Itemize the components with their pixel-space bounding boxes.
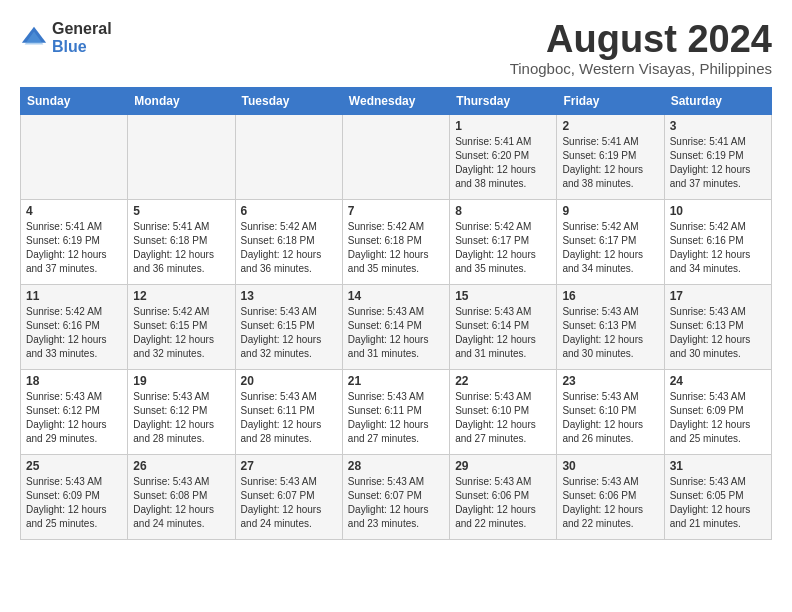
day-number: 6 <box>241 204 337 218</box>
day-number: 5 <box>133 204 229 218</box>
calendar-cell: 11Sunrise: 5:42 AM Sunset: 6:16 PM Dayli… <box>21 285 128 370</box>
calendar-cell: 26Sunrise: 5:43 AM Sunset: 6:08 PM Dayli… <box>128 455 235 540</box>
day-info: Sunrise: 5:41 AM Sunset: 6:19 PM Dayligh… <box>670 135 766 191</box>
day-number: 20 <box>241 374 337 388</box>
day-info: Sunrise: 5:43 AM Sunset: 6:14 PM Dayligh… <box>348 305 444 361</box>
calendar-cell: 25Sunrise: 5:43 AM Sunset: 6:09 PM Dayli… <box>21 455 128 540</box>
day-number: 2 <box>562 119 658 133</box>
calendar-cell: 19Sunrise: 5:43 AM Sunset: 6:12 PM Dayli… <box>128 370 235 455</box>
calendar-cell <box>21 115 128 200</box>
day-number: 8 <box>455 204 551 218</box>
calendar-week-row: 25Sunrise: 5:43 AM Sunset: 6:09 PM Dayli… <box>21 455 772 540</box>
calendar-cell: 3Sunrise: 5:41 AM Sunset: 6:19 PM Daylig… <box>664 115 771 200</box>
day-info: Sunrise: 5:41 AM Sunset: 6:18 PM Dayligh… <box>133 220 229 276</box>
day-info: Sunrise: 5:41 AM Sunset: 6:19 PM Dayligh… <box>562 135 658 191</box>
day-info: Sunrise: 5:43 AM Sunset: 6:07 PM Dayligh… <box>241 475 337 531</box>
calendar-cell: 1Sunrise: 5:41 AM Sunset: 6:20 PM Daylig… <box>450 115 557 200</box>
day-info: Sunrise: 5:43 AM Sunset: 6:07 PM Dayligh… <box>348 475 444 531</box>
calendar-week-row: 4Sunrise: 5:41 AM Sunset: 6:19 PM Daylig… <box>21 200 772 285</box>
calendar-cell: 5Sunrise: 5:41 AM Sunset: 6:18 PM Daylig… <box>128 200 235 285</box>
calendar-cell <box>342 115 449 200</box>
day-info: Sunrise: 5:41 AM Sunset: 6:20 PM Dayligh… <box>455 135 551 191</box>
day-info: Sunrise: 5:42 AM Sunset: 6:17 PM Dayligh… <box>455 220 551 276</box>
calendar-cell: 12Sunrise: 5:42 AM Sunset: 6:15 PM Dayli… <box>128 285 235 370</box>
day-header-sunday: Sunday <box>21 88 128 115</box>
calendar-cell: 15Sunrise: 5:43 AM Sunset: 6:14 PM Dayli… <box>450 285 557 370</box>
calendar-cell: 9Sunrise: 5:42 AM Sunset: 6:17 PM Daylig… <box>557 200 664 285</box>
day-info: Sunrise: 5:42 AM Sunset: 6:16 PM Dayligh… <box>26 305 122 361</box>
day-number: 3 <box>670 119 766 133</box>
day-info: Sunrise: 5:43 AM Sunset: 6:11 PM Dayligh… <box>241 390 337 446</box>
calendar-cell: 21Sunrise: 5:43 AM Sunset: 6:11 PM Dayli… <box>342 370 449 455</box>
day-number: 21 <box>348 374 444 388</box>
day-info: Sunrise: 5:43 AM Sunset: 6:14 PM Dayligh… <box>455 305 551 361</box>
day-header-monday: Monday <box>128 88 235 115</box>
calendar-week-row: 11Sunrise: 5:42 AM Sunset: 6:16 PM Dayli… <box>21 285 772 370</box>
day-info: Sunrise: 5:42 AM Sunset: 6:18 PM Dayligh… <box>241 220 337 276</box>
calendar-header-row: SundayMondayTuesdayWednesdayThursdayFrid… <box>21 88 772 115</box>
day-number: 10 <box>670 204 766 218</box>
logo-general-text: General <box>52 20 112 38</box>
day-info: Sunrise: 5:43 AM Sunset: 6:11 PM Dayligh… <box>348 390 444 446</box>
day-number: 28 <box>348 459 444 473</box>
calendar-cell: 10Sunrise: 5:42 AM Sunset: 6:16 PM Dayli… <box>664 200 771 285</box>
day-number: 23 <box>562 374 658 388</box>
calendar-cell: 6Sunrise: 5:42 AM Sunset: 6:18 PM Daylig… <box>235 200 342 285</box>
calendar-week-row: 18Sunrise: 5:43 AM Sunset: 6:12 PM Dayli… <box>21 370 772 455</box>
day-info: Sunrise: 5:43 AM Sunset: 6:05 PM Dayligh… <box>670 475 766 531</box>
day-header-saturday: Saturday <box>664 88 771 115</box>
day-info: Sunrise: 5:43 AM Sunset: 6:12 PM Dayligh… <box>133 390 229 446</box>
day-info: Sunrise: 5:43 AM Sunset: 6:12 PM Dayligh… <box>26 390 122 446</box>
header: General Blue August 2024 Tinogboc, Weste… <box>20 20 772 77</box>
calendar-cell: 31Sunrise: 5:43 AM Sunset: 6:05 PM Dayli… <box>664 455 771 540</box>
day-number: 29 <box>455 459 551 473</box>
calendar-cell: 18Sunrise: 5:43 AM Sunset: 6:12 PM Dayli… <box>21 370 128 455</box>
day-number: 24 <box>670 374 766 388</box>
day-number: 12 <box>133 289 229 303</box>
logo-blue-text: Blue <box>52 38 112 56</box>
day-number: 17 <box>670 289 766 303</box>
day-number: 14 <box>348 289 444 303</box>
day-number: 16 <box>562 289 658 303</box>
calendar-cell <box>235 115 342 200</box>
calendar-cell: 8Sunrise: 5:42 AM Sunset: 6:17 PM Daylig… <box>450 200 557 285</box>
calendar-cell: 20Sunrise: 5:43 AM Sunset: 6:11 PM Dayli… <box>235 370 342 455</box>
logo: General Blue <box>20 20 112 55</box>
day-info: Sunrise: 5:42 AM Sunset: 6:17 PM Dayligh… <box>562 220 658 276</box>
day-info: Sunrise: 5:43 AM Sunset: 6:10 PM Dayligh… <box>562 390 658 446</box>
day-number: 11 <box>26 289 122 303</box>
day-info: Sunrise: 5:43 AM Sunset: 6:06 PM Dayligh… <box>562 475 658 531</box>
calendar-cell: 4Sunrise: 5:41 AM Sunset: 6:19 PM Daylig… <box>21 200 128 285</box>
calendar-cell: 2Sunrise: 5:41 AM Sunset: 6:19 PM Daylig… <box>557 115 664 200</box>
day-number: 15 <box>455 289 551 303</box>
day-number: 19 <box>133 374 229 388</box>
calendar-cell: 29Sunrise: 5:43 AM Sunset: 6:06 PM Dayli… <box>450 455 557 540</box>
calendar-cell: 7Sunrise: 5:42 AM Sunset: 6:18 PM Daylig… <box>342 200 449 285</box>
calendar-cell: 27Sunrise: 5:43 AM Sunset: 6:07 PM Dayli… <box>235 455 342 540</box>
day-info: Sunrise: 5:43 AM Sunset: 6:08 PM Dayligh… <box>133 475 229 531</box>
month-year-title: August 2024 <box>510 20 772 58</box>
day-info: Sunrise: 5:43 AM Sunset: 6:15 PM Dayligh… <box>241 305 337 361</box>
calendar-cell <box>128 115 235 200</box>
day-number: 25 <box>26 459 122 473</box>
day-header-friday: Friday <box>557 88 664 115</box>
day-info: Sunrise: 5:43 AM Sunset: 6:09 PM Dayligh… <box>26 475 122 531</box>
day-number: 13 <box>241 289 337 303</box>
day-number: 18 <box>26 374 122 388</box>
day-number: 9 <box>562 204 658 218</box>
calendar-cell: 28Sunrise: 5:43 AM Sunset: 6:07 PM Dayli… <box>342 455 449 540</box>
day-info: Sunrise: 5:43 AM Sunset: 6:06 PM Dayligh… <box>455 475 551 531</box>
title-section: August 2024 Tinogboc, Western Visayas, P… <box>510 20 772 77</box>
day-number: 26 <box>133 459 229 473</box>
calendar-cell: 17Sunrise: 5:43 AM Sunset: 6:13 PM Dayli… <box>664 285 771 370</box>
location-subtitle: Tinogboc, Western Visayas, Philippines <box>510 60 772 77</box>
day-info: Sunrise: 5:42 AM Sunset: 6:16 PM Dayligh… <box>670 220 766 276</box>
calendar-cell: 23Sunrise: 5:43 AM Sunset: 6:10 PM Dayli… <box>557 370 664 455</box>
day-info: Sunrise: 5:41 AM Sunset: 6:19 PM Dayligh… <box>26 220 122 276</box>
calendar-cell: 14Sunrise: 5:43 AM Sunset: 6:14 PM Dayli… <box>342 285 449 370</box>
calendar-cell: 16Sunrise: 5:43 AM Sunset: 6:13 PM Dayli… <box>557 285 664 370</box>
day-info: Sunrise: 5:43 AM Sunset: 6:13 PM Dayligh… <box>562 305 658 361</box>
calendar-cell: 13Sunrise: 5:43 AM Sunset: 6:15 PM Dayli… <box>235 285 342 370</box>
day-number: 27 <box>241 459 337 473</box>
logo-icon <box>20 24 48 52</box>
